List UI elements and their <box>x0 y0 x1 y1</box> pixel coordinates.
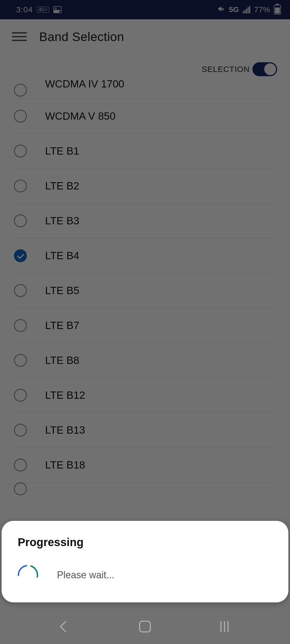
spinner-icon <box>18 565 38 585</box>
navigation-bar <box>0 609 290 644</box>
dialog-message: Please wait... <box>57 569 114 581</box>
dialog-title: Progressing <box>18 536 272 549</box>
nav-back-button[interactable] <box>60 621 71 632</box>
progress-dialog: Progressing Please wait... <box>2 521 288 602</box>
nav-recent-button[interactable] <box>220 621 229 632</box>
nav-home-button[interactable] <box>139 621 151 632</box>
